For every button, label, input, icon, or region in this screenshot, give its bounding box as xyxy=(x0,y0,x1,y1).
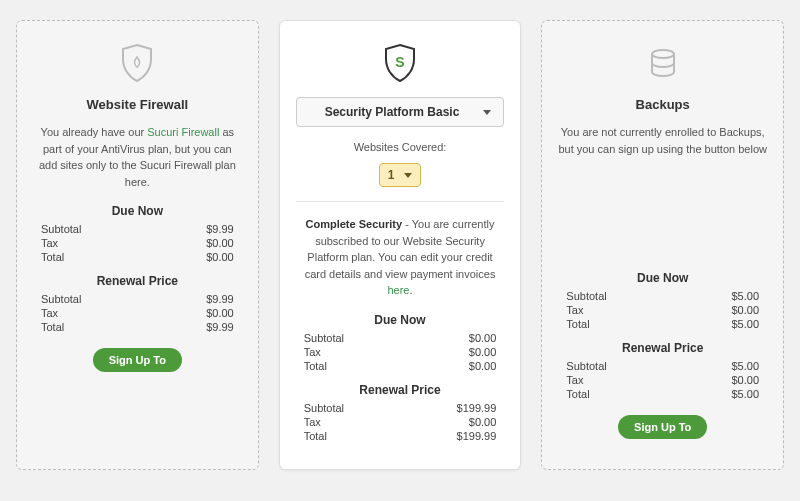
firewall-desc: You already have our Sucuri Firewall as … xyxy=(33,124,242,190)
shield-fire-icon xyxy=(33,39,242,87)
text-bold: Complete Security xyxy=(306,218,403,230)
renewal-head: Renewal Price xyxy=(33,274,242,288)
qty-value: 1 xyxy=(388,168,395,182)
row-tax: Tax$0.00 xyxy=(558,373,767,387)
row-tax: Tax$0.00 xyxy=(33,236,242,250)
websites-qty-dropdown[interactable]: 1 xyxy=(379,163,422,187)
svg-point-1 xyxy=(652,50,674,58)
invoices-link[interactable]: here xyxy=(387,284,409,296)
backups-card: Backups You are not currently enrolled t… xyxy=(541,20,784,470)
due-now-head: Due Now xyxy=(296,313,505,327)
chevron-down-icon xyxy=(404,173,412,178)
svg-text:S: S xyxy=(395,54,404,70)
renewal-head: Renewal Price xyxy=(296,383,505,397)
firewall-card: Website Firewall You already have our Su… xyxy=(16,20,259,470)
platform-card: S Security Platform Basic Websites Cover… xyxy=(279,20,522,470)
sucuri-firewall-link[interactable]: Sucuri Firewall xyxy=(147,126,219,138)
row-subtotal: Subtotal$199.99 xyxy=(296,401,505,415)
due-now-head: Due Now xyxy=(33,204,242,218)
row-subtotal: Subtotal$5.00 xyxy=(558,289,767,303)
text: . xyxy=(409,284,412,296)
renewal-head: Renewal Price xyxy=(558,341,767,355)
row-total: Total$0.00 xyxy=(33,250,242,264)
row-total: Total$0.00 xyxy=(296,359,505,373)
row-tax: Tax$0.00 xyxy=(296,415,505,429)
row-tax: Tax$0.00 xyxy=(33,306,242,320)
spacer xyxy=(558,171,767,261)
row-total: Total$5.00 xyxy=(558,387,767,401)
backups-desc: You are not currently enrolled to Backup… xyxy=(558,124,767,157)
row-subtotal: Subtotal$9.99 xyxy=(33,292,242,306)
shield-s-icon: S xyxy=(296,39,505,87)
backups-signup-button[interactable]: Sign Up To xyxy=(618,415,707,439)
row-total: Total$199.99 xyxy=(296,429,505,443)
firewall-title: Website Firewall xyxy=(33,97,242,112)
row-subtotal: Subtotal$5.00 xyxy=(558,359,767,373)
row-subtotal: Subtotal$0.00 xyxy=(296,331,505,345)
database-icon xyxy=(558,39,767,87)
row-tax: Tax$0.00 xyxy=(296,345,505,359)
row-total: Total$5.00 xyxy=(558,317,767,331)
row-total: Total$9.99 xyxy=(33,320,242,334)
row-subtotal: Subtotal$9.99 xyxy=(33,222,242,236)
plan-cards-row: Website Firewall You already have our Su… xyxy=(16,20,784,470)
websites-covered-label: Websites Covered: xyxy=(296,141,505,153)
due-now-head: Due Now xyxy=(558,271,767,285)
platform-desc: Complete Security - You are currently su… xyxy=(296,216,505,299)
divider xyxy=(296,201,505,202)
platform-select[interactable]: Security Platform Basic xyxy=(296,97,505,127)
firewall-signup-button[interactable]: Sign Up To xyxy=(93,348,182,372)
backups-title: Backups xyxy=(558,97,767,112)
row-tax: Tax$0.00 xyxy=(558,303,767,317)
platform-select-label: Security Platform Basic xyxy=(325,105,460,119)
text: You already have our xyxy=(41,126,148,138)
